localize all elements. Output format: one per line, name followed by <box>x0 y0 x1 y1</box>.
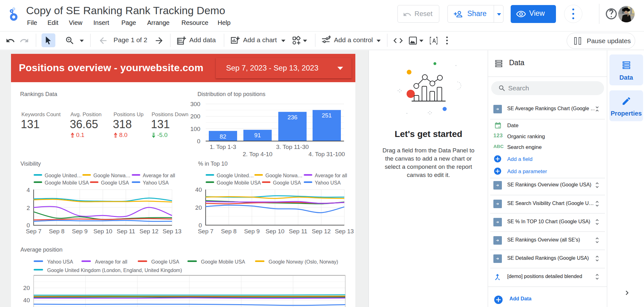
svg-text:Google Mobile USA: Google Mobile USA <box>201 259 245 264</box>
svg-text:Sep 12: Sep 12 <box>312 228 330 235</box>
svg-text:4. Top 31-100: 4. Top 31-100 <box>308 151 345 157</box>
svg-text:Google Mobile USA: Google Mobile USA <box>217 180 261 185</box>
svg-text:Sep 7: Sep 7 <box>26 228 42 235</box>
svg-text:Sep 9: Sep 9 <box>72 228 88 235</box>
svg-text:0: 0 <box>197 138 200 145</box>
svg-text:Sep 8: Sep 8 <box>221 228 237 235</box>
svg-text:82: 82 <box>219 133 226 140</box>
svg-text:Google Norwa…: Google Norwa… <box>93 173 130 178</box>
svg-text:Sep 7: Sep 7 <box>198 228 214 235</box>
svg-text:Average for all: Average for all <box>95 259 127 264</box>
svg-text:40: 40 <box>23 297 30 304</box>
svg-text:4: 4 <box>26 187 30 193</box>
svg-text:100: 100 <box>190 126 200 132</box>
svg-text:91: 91 <box>254 132 261 139</box>
svg-text:Sep 13: Sep 13 <box>335 228 354 235</box>
svg-text:Average for all: Average for all <box>143 173 175 178</box>
svg-text:2. Top 4-10: 2. Top 4-10 <box>243 151 273 157</box>
svg-text:Sep 12: Sep 12 <box>140 228 158 235</box>
svg-text:200: 200 <box>190 113 200 120</box>
svg-text:Google United…: Google United… <box>217 173 254 178</box>
svg-text:0: 0 <box>26 222 30 229</box>
svg-text:Yahoo USA: Yahoo USA <box>143 180 169 185</box>
svg-text:20: 20 <box>195 204 202 211</box>
svg-text:Sep 13: Sep 13 <box>163 228 181 235</box>
svg-text:0: 0 <box>198 222 202 229</box>
svg-text:Google United…: Google United… <box>45 173 82 178</box>
svg-text:Google USA: Google USA <box>273 180 301 185</box>
svg-text:Google USA: Google USA <box>151 259 179 264</box>
svg-text:300: 300 <box>190 101 200 107</box>
svg-text:Sep 10: Sep 10 <box>93 228 112 235</box>
svg-text:Sep 9: Sep 9 <box>244 228 260 235</box>
svg-text:Google Mobile USA: Google Mobile USA <box>45 180 89 185</box>
svg-text:Google Norwa…: Google Norwa… <box>265 173 303 178</box>
svg-text:1. Top 1-3: 1. Top 1-3 <box>210 144 236 150</box>
svg-text:Average for all: Average for all <box>315 173 347 178</box>
svg-text:236: 236 <box>287 114 297 121</box>
svg-text:Google USA: Google USA <box>101 180 129 185</box>
svg-text:Sep 8: Sep 8 <box>49 228 64 235</box>
svg-text:3. Top 11-30: 3. Top 11-30 <box>276 144 309 150</box>
svg-text:Google United Kingdom (London,: Google United Kingdom (London, England, … <box>47 268 182 273</box>
svg-text:Sep 11: Sep 11 <box>289 228 308 235</box>
svg-text:251: 251 <box>322 112 332 119</box>
svg-text:Yahoo USA: Yahoo USA <box>315 180 341 185</box>
svg-text:40: 40 <box>195 186 202 193</box>
svg-text:20: 20 <box>23 285 30 291</box>
svg-text:Yahoo USA: Yahoo USA <box>47 259 73 264</box>
svg-text:Google Norway (Oslo, Norway): Google Norway (Oslo, Norway) <box>269 259 338 264</box>
svg-text:2: 2 <box>26 205 30 211</box>
svg-text:Sep 11: Sep 11 <box>117 228 135 235</box>
svg-text:Sep 10: Sep 10 <box>265 228 284 235</box>
